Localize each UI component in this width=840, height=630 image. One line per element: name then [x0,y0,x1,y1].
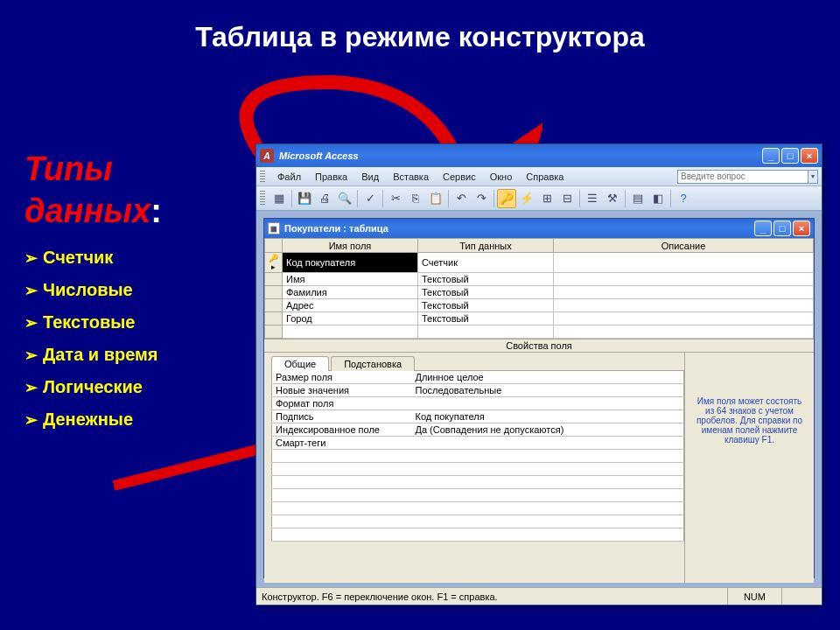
toolbar-grip[interactable] [260,191,265,206]
paste-button[interactable]: 📋 [426,189,445,208]
print-button[interactable]: 🖨 [315,189,334,208]
prop-value[interactable] [412,489,684,502]
menu-insert[interactable]: Вставка [386,170,436,184]
col-header-name[interactable]: Имя поля [283,239,418,253]
row-selector[interactable] [265,312,283,326]
field-desc-cell[interactable] [554,286,814,299]
maximize-button[interactable]: □ [781,148,799,164]
question-dropdown[interactable]: ▾ [808,170,818,184]
prop-label[interactable] [272,489,412,502]
menu-window[interactable]: Окно [483,170,520,184]
prop-label[interactable]: Подпись [272,410,412,424]
properties-button[interactable]: ☰ [583,189,602,208]
menu-help[interactable]: Справка [519,170,570,184]
new-object-button[interactable]: ◧ [648,189,668,208]
close-button[interactable]: × [801,148,818,164]
field-name-cell[interactable]: Код покупателя [283,253,418,273]
row-selector[interactable] [265,326,283,339]
copy-button[interactable]: ⎘ [406,189,425,208]
prop-value[interactable] [412,437,684,450]
prop-label[interactable] [272,528,412,542]
col-header-desc[interactable]: Описание [554,239,814,253]
prop-value[interactable]: Длинное целое [412,371,684,384]
prop-label[interactable] [272,515,412,528]
child-maximize-button[interactable]: □ [774,220,791,236]
db-window-button[interactable]: ▤ [628,189,648,208]
row-selector-key[interactable]: 🔑▸ [265,253,283,273]
question-input[interactable] [677,170,808,184]
cut-button[interactable]: ✂ [386,189,405,208]
indexes-button[interactable]: ⚡ [517,189,536,208]
minimize-button[interactable]: _ [762,148,780,164]
slide-title: Таблица в режиме конструктора [0,0,840,53]
prop-value[interactable] [412,502,684,515]
subtitle: Типы данных: [24,149,243,232]
prop-label[interactable]: Индексированное поле [272,424,412,437]
field-name-cell[interactable]: Адрес [283,299,418,312]
menu-view[interactable]: Вид [354,170,386,184]
field-name-cell[interactable] [283,326,418,339]
field-desc-cell[interactable] [554,253,814,273]
child-minimize-button[interactable]: _ [754,220,772,236]
prop-label[interactable] [272,463,412,476]
field-desc-cell[interactable] [554,299,814,312]
types-list: Счетчик Числовые Текстовые Дата и время … [24,248,243,430]
child-close-button[interactable]: × [793,220,810,236]
field-type-cell[interactable]: Текстовый [418,312,554,326]
prop-label[interactable]: Смарт-теги [272,437,412,450]
col-header-type[interactable]: Тип данных [418,239,554,253]
view-button[interactable]: ▦ [270,189,289,208]
redo-button[interactable]: ↷ [472,189,491,208]
row-selector[interactable] [265,286,283,299]
row-selector[interactable] [265,273,283,286]
menu-edit[interactable]: Правка [308,170,354,184]
prop-value[interactable] [412,450,684,463]
spell-button[interactable]: ✓ [360,189,380,208]
prop-value[interactable] [412,476,684,489]
menu-file[interactable]: Файл [270,170,308,184]
type-item: Логические [24,377,243,397]
prop-label[interactable]: Размер поля [272,371,412,384]
prop-label[interactable] [272,476,412,489]
field-name-cell[interactable]: Имя [283,273,418,286]
type-item: Текстовые [24,312,243,332]
menu-service[interactable]: Сервис [436,170,483,184]
prop-value[interactable] [412,528,684,542]
menubar-grip[interactable] [260,171,265,183]
prop-label[interactable]: Новые значения [272,384,412,397]
tab-general[interactable]: Общие [271,356,329,371]
field-name-cell[interactable]: Город [283,312,418,326]
property-table[interactable]: Размер поляДлинное целое Новые значенияП… [271,370,684,542]
table-design-window: ▦ Покупатели : таблица _ □ × Имя поля Ти… [263,218,815,578]
delete-rows-button[interactable]: ⊟ [557,189,577,208]
prop-value[interactable]: Код покупателя [412,410,684,424]
prop-label[interactable] [272,502,412,515]
field-type-cell[interactable]: Текстовый [418,299,554,312]
field-grid[interactable]: Имя поля Тип данных Описание 🔑▸ Код поку… [264,238,814,339]
field-type-cell[interactable]: Текстовый [418,273,554,286]
tab-lookup[interactable]: Подстановка [331,356,415,371]
prop-value[interactable]: Да (Совпадения не допускаются) [412,424,684,437]
grid-corner[interactable] [265,239,283,253]
prop-value[interactable]: Последовательные [412,384,684,397]
field-type-cell[interactable]: Счетчик [418,253,554,273]
field-type-cell[interactable] [418,326,554,339]
prop-value[interactable] [412,463,684,476]
insert-rows-button[interactable]: ⊞ [537,189,556,208]
field-desc-cell[interactable] [554,326,814,339]
preview-button[interactable]: 🔍 [335,189,354,208]
field-desc-cell[interactable] [554,312,814,326]
key-button[interactable]: 🔑 [497,189,516,208]
row-selector[interactable] [265,299,283,312]
field-type-cell[interactable]: Текстовый [418,286,554,299]
prop-value[interactable] [412,515,684,528]
field-desc-cell[interactable] [554,273,814,286]
field-name-cell[interactable]: Фамилия [283,286,418,299]
save-button[interactable]: 💾 [295,189,314,208]
prop-value[interactable] [412,397,684,410]
help-button[interactable]: ? [674,189,693,208]
undo-button[interactable]: ↶ [452,189,471,208]
prop-label[interactable] [272,450,412,463]
prop-label[interactable]: Формат поля [272,397,412,410]
build-button[interactable]: ⚒ [603,189,622,208]
